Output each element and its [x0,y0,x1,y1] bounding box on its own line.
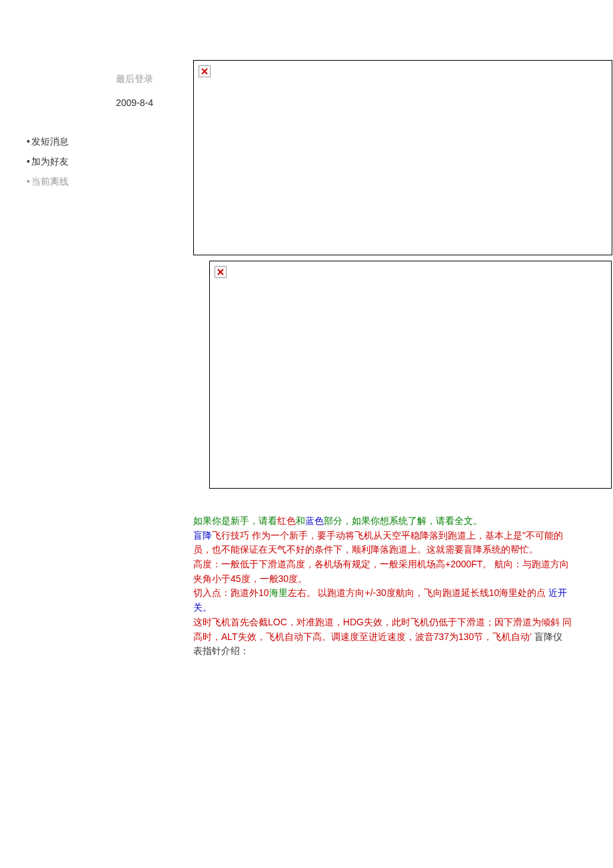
send-message-link[interactable]: 发短消息 [27,136,167,148]
text: 这时飞机首先会截LOC，对准跑道，HDG失效，此时飞机仍低于下滑道；因下滑道为倾… [193,617,572,627]
text: 夹角小于45度，一般30度。 [193,573,307,584]
add-friend-link[interactable]: 加为好友 [27,156,167,168]
text: 蓝色 [305,515,324,526]
text: 高时，ALT失效，飞机自动下高。调速度至进近速度，波音737为130节，飞机自动… [193,631,534,642]
text: 员，也不能保证在天气不好的条件下，顺利降落跑道上。这就需要盲降系统的帮忙。 [193,544,538,555]
text: 盲降仪 [534,631,562,642]
post-body: 如果你是新手，请看红色和蓝色部分，如果你想系统了解，请看全文。 盲降飞行技巧 作… [180,494,613,659]
text: 左右。 以跑道方向+/-30度航向，飞向跑道延长线10海里处的点 [288,587,549,598]
broken-image-icon [215,266,227,278]
text: 和 [296,515,305,526]
text: 部分，如果你想系统了解，请看全文。 [324,515,482,526]
text: 如果你是新手，请看 [193,515,277,526]
attachment-image-2 [209,261,612,489]
text: 关。 [193,602,212,613]
text: 切入点：跑道外10 [193,587,269,598]
text: 红色 [277,515,296,526]
text: 近开 [548,587,567,598]
post-content: 如果你是新手，请看红色和蓝色部分，如果你想系统了解，请看全文。 盲降飞行技巧 作… [180,0,613,659]
text: 海里 [269,587,288,598]
text: 飞行技巧 作为一个新手，要手动将飞机从天空平稳降落到跑道上，基本上是"不可能的 [212,530,563,541]
online-status: 当前离线 [27,176,167,188]
text: 高度：一般低于下滑道高度，各机场有规定，一般采用机场高+2000FT。 航向：与… [193,559,569,569]
broken-image-icon [199,65,211,77]
last-login-label: 最后登录 [0,73,167,85]
text: 表指针介绍： [193,645,249,656]
user-sidebar: 最后登录 2009-8-4 发短消息 加为好友 当前离线 [0,0,180,659]
attachment-image-1 [193,60,612,255]
text: 盲降 [193,530,212,541]
last-login-date: 2009-8-4 [0,97,167,108]
user-actions: 发短消息 加为好友 当前离线 [0,136,167,188]
